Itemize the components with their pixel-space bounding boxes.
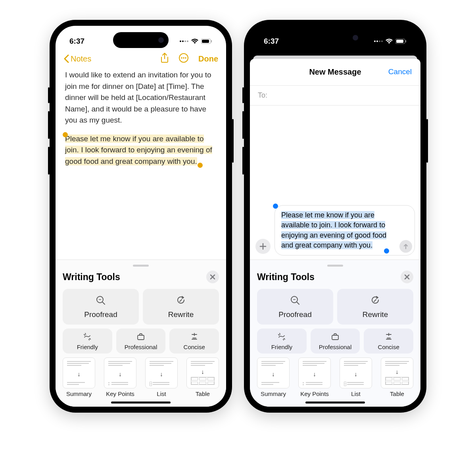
rewrite-label: Rewrite bbox=[337, 310, 413, 319]
phone-messages: 6:37 New Message Cancel To: bbox=[244, 20, 426, 413]
plus-icon bbox=[259, 243, 267, 250]
selection-handle-end[interactable] bbox=[198, 163, 203, 168]
professional-label: Professional bbox=[311, 344, 360, 350]
svg-rect-8 bbox=[138, 335, 144, 340]
professional-icon bbox=[116, 332, 166, 342]
selection-handle-start[interactable] bbox=[273, 204, 278, 209]
dynamic-island bbox=[307, 30, 363, 46]
phone-notes: 6:37 Notes bbox=[50, 20, 232, 413]
compose-text: Please let me know if you are available … bbox=[281, 211, 386, 249]
wifi-icon bbox=[385, 38, 393, 44]
more-button[interactable] bbox=[178, 53, 189, 65]
summary-card[interactable]: ↓ Summary bbox=[63, 357, 95, 397]
writing-tools-title: Writing Tools bbox=[257, 272, 315, 282]
compose-field[interactable]: Please let me know if you are available … bbox=[274, 205, 415, 256]
proofread-button[interactable]: Proofread bbox=[63, 289, 139, 325]
proofread-button[interactable]: Proofread bbox=[257, 289, 333, 325]
new-message-title: New Message bbox=[309, 67, 361, 76]
professional-button[interactable]: Professional bbox=[311, 329, 360, 354]
home-indicator[interactable] bbox=[305, 402, 365, 404]
concise-label: Concise bbox=[169, 344, 219, 350]
back-button[interactable]: Notes bbox=[63, 54, 91, 63]
battery-icon bbox=[395, 38, 407, 44]
friendly-button[interactable]: Friendly bbox=[257, 329, 307, 354]
ellipsis-circle-icon bbox=[178, 53, 189, 63]
table-label: Table bbox=[381, 390, 413, 397]
friendly-label: Friendly bbox=[63, 344, 112, 350]
keypoints-card[interactable]: ↓ Key Points bbox=[104, 357, 136, 397]
status-icons bbox=[180, 38, 212, 44]
friendly-icon bbox=[63, 332, 112, 342]
selection-handle-start[interactable] bbox=[63, 132, 68, 137]
svg-point-6 bbox=[185, 58, 186, 59]
wifi-icon bbox=[191, 38, 199, 44]
close-icon bbox=[210, 274, 215, 280]
proofread-label: Proofread bbox=[257, 310, 333, 319]
list-card[interactable]: ↓ List bbox=[145, 357, 178, 397]
svg-point-5 bbox=[183, 58, 184, 59]
table-card[interactable]: ↓ Table bbox=[186, 357, 219, 397]
concise-button[interactable]: Concise bbox=[364, 329, 413, 354]
share-icon bbox=[160, 53, 169, 63]
concise-button[interactable]: Concise bbox=[169, 329, 219, 354]
dynamic-island bbox=[113, 32, 169, 48]
cellular-icon bbox=[374, 40, 383, 42]
concise-icon bbox=[169, 332, 219, 342]
attach-button[interactable] bbox=[255, 239, 271, 254]
panel-grabber[interactable] bbox=[327, 265, 343, 267]
svg-point-4 bbox=[181, 58, 182, 59]
to-field[interactable]: To: bbox=[250, 86, 420, 106]
note-paragraph: I would like to extend an invitation for… bbox=[65, 69, 217, 126]
writing-tools-panel: Writing Tools Proofread Rewrite bbox=[250, 259, 420, 407]
concise-icon bbox=[364, 332, 413, 342]
svg-rect-2 bbox=[211, 40, 212, 42]
battery-icon bbox=[201, 38, 212, 44]
svg-rect-10 bbox=[396, 40, 403, 43]
writing-tools-title: Writing Tools bbox=[63, 272, 120, 282]
friendly-button[interactable]: Friendly bbox=[63, 329, 112, 354]
cellular-icon bbox=[180, 40, 188, 42]
proofread-icon bbox=[257, 295, 333, 307]
back-label: Notes bbox=[71, 54, 91, 63]
rewrite-button[interactable]: Rewrite bbox=[337, 289, 413, 325]
summary-card[interactable]: ↓ Summary bbox=[257, 357, 290, 397]
close-button[interactable] bbox=[206, 271, 219, 283]
friendly-icon bbox=[257, 332, 307, 342]
professional-label: Professional bbox=[116, 344, 166, 350]
summary-label: Summary bbox=[257, 390, 290, 397]
svg-rect-13 bbox=[332, 335, 338, 340]
close-icon bbox=[404, 274, 410, 280]
summary-label: Summary bbox=[63, 390, 95, 397]
cancel-button[interactable]: Cancel bbox=[388, 67, 412, 76]
selection-handle-end[interactable] bbox=[384, 248, 389, 254]
list-label: List bbox=[340, 390, 372, 397]
writing-tools-panel: Writing Tools Proofread Rewrite bbox=[56, 259, 226, 407]
table-card[interactable]: ↓ Table bbox=[381, 357, 413, 397]
chevron-left-icon bbox=[63, 54, 69, 63]
keypoints-label: Key Points bbox=[104, 390, 136, 397]
close-button[interactable] bbox=[401, 271, 413, 283]
rewrite-button[interactable]: Rewrite bbox=[143, 289, 219, 325]
rewrite-icon bbox=[337, 295, 413, 307]
keypoints-label: Key Points bbox=[298, 390, 331, 397]
concise-label: Concise bbox=[364, 344, 413, 350]
share-button[interactable] bbox=[160, 53, 169, 65]
keypoints-card[interactable]: ↓ Key Points bbox=[298, 357, 331, 397]
list-card[interactable]: ↓ List bbox=[340, 357, 372, 397]
rewrite-label: Rewrite bbox=[143, 310, 219, 319]
arrow-up-icon bbox=[403, 243, 409, 250]
status-time: 6:37 bbox=[69, 37, 84, 46]
list-label: List bbox=[145, 390, 178, 397]
note-content[interactable]: I would like to extend an invitation for… bbox=[56, 69, 226, 259]
note-selected-text: Please let me know if you are available … bbox=[65, 135, 212, 165]
proofread-icon bbox=[63, 295, 139, 307]
home-indicator[interactable] bbox=[111, 402, 171, 404]
panel-grabber[interactable] bbox=[133, 265, 149, 267]
done-button[interactable]: Done bbox=[198, 54, 218, 63]
svg-rect-11 bbox=[405, 40, 406, 42]
professional-button[interactable]: Professional bbox=[116, 329, 166, 354]
friendly-label: Friendly bbox=[257, 344, 307, 350]
send-button[interactable] bbox=[399, 240, 412, 253]
note-selection[interactable]: Please let me know if you are available … bbox=[65, 135, 212, 165]
proofread-label: Proofread bbox=[63, 310, 139, 319]
